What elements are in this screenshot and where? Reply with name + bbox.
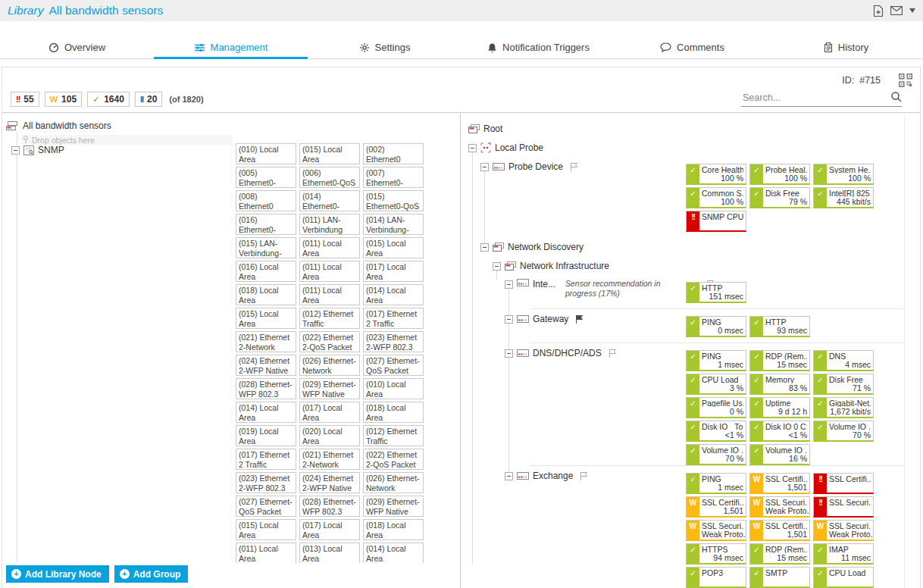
library-tile[interactable]: (017) Local Area — [299, 402, 360, 423]
library-tile[interactable]: (019) Local Area — [236, 425, 296, 446]
collapse-toggle[interactable] — [480, 243, 489, 252]
library-tile[interactable]: (014) LAN-Verbindung-QoS — [363, 214, 424, 235]
library-tile[interactable]: (007) Ethernet0-WFP 802.3 — [363, 167, 424, 188]
sensor-tile-ssl-certifi[interactable]: WSSL Certifi...1,501 — [686, 496, 746, 518]
status-badge-down[interactable]: !! 55 — [11, 92, 39, 107]
collapse-toggle[interactable] — [468, 144, 477, 152]
search-icon[interactable] — [890, 91, 902, 105]
library-tile[interactable]: (005) Ethernet0-WFP Native — [236, 167, 296, 188]
library-tile[interactable]: (006) Ethernet0-QoS Packet — [299, 167, 360, 188]
collapse-toggle[interactable] — [505, 315, 513, 324]
library-tile[interactable]: (011) Local Area — [299, 237, 360, 258]
sensor-tile-ssl-securi[interactable]: !!SSL Securi... — [813, 496, 874, 518]
sensor-tile-common-s[interactable]: ✓Common S...100 % — [686, 187, 746, 208]
sensor-tile-pagefile-us[interactable]: ✓Pagefile Us...0 % — [686, 397, 746, 418]
new-window-icon[interactable] — [873, 5, 884, 17]
tree-node-exchange[interactable]: Exchange — [461, 470, 589, 482]
status-badge-up[interactable]: ✓ 1640 — [87, 92, 130, 107]
sensor-tile-core-health[interactable]: ✓Core Health100 % — [686, 164, 746, 185]
sensor-tile-dns[interactable]: ✓DNS4 msec — [813, 350, 874, 371]
sensor-tile-cpu-load[interactable]: ✓CPU Load — [813, 567, 874, 588]
sensor-tile-rdp-rem[interactable]: ✓RDP (Rem...15 msec — [749, 543, 810, 565]
library-tile[interactable]: (017) Ethernet 2 Traffic — [363, 308, 424, 329]
sensor-tile-uptime[interactable]: ✓Uptime9 d 12 h — [749, 397, 810, 418]
library-tile[interactable]: (028) Ethernet-WFP 802.3 — [236, 378, 296, 399]
sensor-tile-imap[interactable]: ✓IMAP11 msec — [813, 543, 874, 565]
library-tile[interactable]: (011) Local Area — [299, 284, 360, 305]
sensor-tile-ssl-certifi[interactable]: WSSL Certifi...1,501 — [749, 520, 810, 541]
library-tile[interactable]: (023) Ethernet 2-WFP 802.3 — [236, 472, 296, 493]
library-tile[interactable]: (023) Ethernet 2-WFP 802.3 — [363, 331, 424, 352]
library-tile[interactable]: (011) Local Area — [299, 261, 360, 282]
library-tile[interactable]: (027) Ethernet-QoS Packet — [236, 496, 296, 517]
sensor-tile-snmp-cpu[interactable]: !!SNMP CPU... — [686, 211, 746, 232]
library-tile[interactable]: (018) Local Area — [363, 402, 424, 423]
library-tile[interactable]: (008) Ethernet0 Traffic — [236, 190, 296, 211]
sensor-tile-ping[interactable]: ✓PING1 msec — [686, 350, 746, 371]
sensor-tile-ssl-certifi[interactable]: !!SSL Certifi... — [813, 473, 874, 494]
library-tile[interactable]: (014) Ethernet0-WFP Native — [299, 190, 360, 211]
library-tile[interactable]: (015) LAN-Verbindung- — [236, 237, 296, 258]
tree-node-root[interactable]: Root — [461, 123, 502, 135]
tree-node-network-discovery[interactable]: Network Discovery — [461, 241, 584, 253]
tab-comments[interactable]: Comments — [615, 38, 769, 59]
library-tile[interactable]: (015) Local Area — [363, 237, 424, 258]
tree-node-dns-dhcp-ads[interactable]: DNS/DHCP/ADS — [461, 347, 618, 359]
status-badge-paused[interactable]: II 20 — [135, 92, 162, 107]
sensor-tile-gigabit-net[interactable]: ✓Gigabit-Net...1,672 kbit/s — [813, 397, 874, 418]
sensor-tile-probe-heal[interactable]: ✓Probe Heal...100 % — [749, 164, 810, 185]
library-tile[interactable]: (021) Ethernet 2-Network — [236, 331, 296, 352]
caret-down-icon[interactable] — [909, 8, 915, 13]
tab-notification-triggers[interactable]: Notification Triggers — [462, 38, 615, 59]
tab-overview[interactable]: Overview — [0, 38, 154, 59]
library-tile[interactable]: (028) Ethernet-WFP 802.3 — [299, 496, 360, 517]
library-tile[interactable]: (015) Local Area — [236, 519, 296, 540]
library-tile[interactable]: (011) Local Area — [236, 543, 296, 563]
library-tile[interactable]: (029) Ethernet-WFP Native — [299, 378, 360, 399]
library-tile[interactable]: (022) Ethernet 2-QoS Packet — [299, 331, 360, 352]
sensor-tile-volume-io[interactable]: ✓Volume IO ...70 % — [686, 444, 746, 465]
tree-node-gateway[interactable]: Gateway — [461, 313, 584, 325]
library-tile[interactable]: (015) Local Area — [236, 308, 296, 329]
library-tile[interactable]: (011) LAN-Verbindung — [299, 214, 360, 235]
library-tile[interactable]: (014) Local Area — [363, 284, 424, 305]
library-tile[interactable]: (012) Ethernet Traffic — [363, 425, 424, 446]
library-tile[interactable]: (018) Local Area — [363, 519, 424, 540]
sensor-tile-disk-io-to[interactable]: ✓Disk IO _To...<1 % — [686, 421, 746, 442]
sensor-tile-ping[interactable]: ✓PING0 msec — [686, 316, 746, 337]
library-tile[interactable]: (014) Local Area — [236, 402, 296, 423]
sensor-tile-http[interactable]: ✓HTTP93 msec — [749, 316, 810, 337]
library-tile[interactable]: (017) Ethernet 2 Traffic — [236, 449, 296, 470]
library-tile[interactable]: (002) Ethernet0 Traffic — [363, 143, 424, 164]
collapse-toggle[interactable] — [11, 146, 20, 155]
sensor-tile-pop3[interactable]: ✓POP3 — [686, 567, 746, 588]
collapse-toggle[interactable] — [480, 163, 489, 171]
library-tile[interactable]: (015) Local Area — [299, 143, 360, 164]
library-tile[interactable]: (022) Ethernet 2-QoS Packet — [363, 449, 424, 470]
library-tile[interactable]: (012) Ethernet Traffic — [299, 308, 360, 329]
sensor-tile-memory[interactable]: ✓Memory83 % — [749, 374, 810, 395]
collapse-toggle[interactable] — [505, 349, 513, 358]
library-tile[interactable]: (017) Local Area — [299, 519, 360, 540]
sensor-tile-disk-free[interactable]: ✓Disk Free79 % — [749, 187, 810, 208]
sensor-tile-http[interactable]: ✓HTTP151 msec — [686, 282, 746, 303]
search-input[interactable] — [741, 92, 890, 103]
library-tile[interactable]: (029) Ethernet-WFP Native — [363, 496, 424, 517]
library-tile[interactable]: (017) Local Area — [363, 261, 424, 282]
library-tile[interactable]: (016) Local Area — [236, 261, 296, 282]
sensor-tile-ssl-securi[interactable]: WSSL Securi...Weak Proto... — [749, 496, 810, 518]
add-library-node-button[interactable]: + Add Library Node — [6, 565, 109, 583]
library-tile[interactable]: (024) Ethernet 2-WFP Native — [236, 355, 296, 376]
tree-node-all-bandwidth-sensors[interactable]: All bandwidth sensors — [6, 120, 111, 131]
email-icon[interactable] — [890, 6, 903, 15]
sensor-tile-cpu-load[interactable]: ✓CPU Load3 % — [686, 374, 746, 395]
tab-history[interactable]: History — [769, 38, 923, 59]
drop-target[interactable]: Drop objects here — [21, 135, 233, 145]
sensor-tile-ssl-securi[interactable]: WSSL Securi...Weak Proto... — [813, 520, 874, 541]
sensor-tile-ping[interactable]: ✓PING1 msec — [686, 473, 746, 494]
qr-code-icon[interactable] — [899, 74, 912, 90]
status-badge-warning[interactable]: W 105 — [45, 92, 82, 107]
tree-node-probe-device[interactable]: Probe Device — [461, 161, 579, 173]
library-tile[interactable]: (013) Local Area — [299, 543, 360, 563]
library-tile[interactable]: (010) Local Area — [236, 143, 296, 164]
